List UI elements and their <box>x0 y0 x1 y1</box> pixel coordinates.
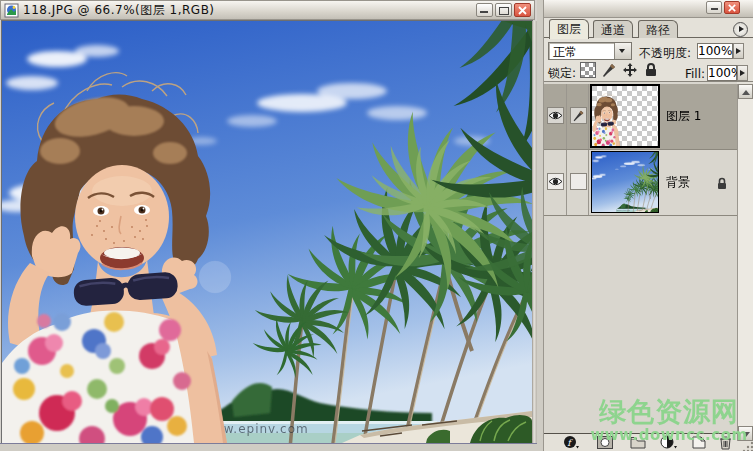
fill-slider-button[interactable] <box>737 65 748 81</box>
delete-layer-icon <box>719 436 732 450</box>
lock-transparency-icon[interactable] <box>580 62 596 78</box>
panel-minimize-button[interactable] <box>706 1 722 14</box>
delete-layer-button[interactable] <box>717 435 734 450</box>
layer-name[interactable]: 背景 <box>666 174 690 191</box>
blend-mode-dropdown-button[interactable] <box>614 43 631 59</box>
visibility-eye-icon <box>548 176 563 187</box>
beach-photo: www.epinv.com <box>2 21 532 443</box>
layer-row-layer1[interactable]: 图层 1 <box>544 84 737 150</box>
layer-list: 图层 1 背景 <box>544 82 737 433</box>
arrow-up-icon <box>742 90 750 95</box>
chevron-right-icon <box>740 70 745 76</box>
tab-paths[interactable]: 路径 <box>638 20 678 38</box>
tab-layers[interactable]: 图层 <box>549 19 589 39</box>
resize-grip[interactable] <box>740 438 753 450</box>
new-group-icon <box>630 436 646 449</box>
layer-name[interactable]: 图层 1 <box>666 108 701 125</box>
visibility-eye-icon <box>548 110 563 121</box>
background-thumbnail[interactable] <box>592 152 658 212</box>
panel-titlebar[interactable] <box>544 0 753 18</box>
adjustment-layer-button[interactable] <box>660 435 677 450</box>
panel-menu-arrow-icon <box>739 26 744 32</box>
visibility-cell[interactable] <box>544 150 567 215</box>
layer-style-icon: f <box>563 435 579 450</box>
lock-all-icon[interactable] <box>643 62 659 78</box>
layers-bottom-bar: f <box>544 433 737 451</box>
fill-label: Fill: <box>685 67 705 81</box>
link-cell[interactable] <box>567 84 589 149</box>
link-cell[interactable] <box>567 150 589 215</box>
panel-tabs: 图层 通道 路径 <box>544 19 753 38</box>
layer1-thumbnail[interactable] <box>592 86 658 146</box>
window-bottom-edge <box>0 443 537 451</box>
visibility-toggle[interactable] <box>547 107 564 124</box>
close-icon <box>517 5 528 16</box>
editing-brush-icon <box>570 107 587 124</box>
blend-mode-select[interactable]: 正常 <box>548 42 632 60</box>
arrow-down-icon <box>742 432 750 437</box>
new-layer-button[interactable] <box>690 435 707 450</box>
layer-mask-icon <box>597 436 613 449</box>
scroll-up-button[interactable] <box>738 84 753 99</box>
panel-controls: 正常 不透明度: 100% 锁定: Fill: 100% <box>544 38 753 82</box>
empty-link-box <box>570 173 587 190</box>
new-group-button[interactable] <box>629 435 646 450</box>
lock-position-icon[interactable] <box>622 62 638 78</box>
layers-scrollbar[interactable] <box>737 84 753 441</box>
opacity-label: 不透明度: <box>639 45 691 62</box>
resize-grip-icon <box>740 441 753 451</box>
layers-panel: 图层 通道 路径 正常 不透明度: 100% 锁定: Fill: 100% <box>543 0 753 451</box>
chevron-down-icon <box>619 49 625 53</box>
add-layer-mask-button[interactable] <box>596 435 613 450</box>
visibility-toggle[interactable] <box>547 173 564 190</box>
tab-channels[interactable]: 通道 <box>593 20 633 38</box>
window-right-edge <box>532 21 537 443</box>
new-layer-icon <box>692 436 706 449</box>
document-window: 118.JPG @ 66.7%(图层 1,RGB) <box>0 0 537 451</box>
minimize-button[interactable] <box>476 3 493 17</box>
layer-row-background[interactable]: 背景 <box>544 150 737 216</box>
layer-style-button[interactable]: f <box>562 435 579 450</box>
padlock-icon <box>716 175 728 194</box>
document-titlebar[interactable]: 118.JPG @ 66.7%(图层 1,RGB) <box>0 0 535 20</box>
adjustment-layer-icon <box>660 435 677 450</box>
opacity-field[interactable]: 100% <box>697 43 733 59</box>
visibility-cell[interactable] <box>544 84 567 149</box>
document-title: 118.JPG @ 66.7%(图层 1,RGB) <box>23 2 215 19</box>
close-button[interactable] <box>514 3 531 17</box>
lock-label: 锁定: <box>548 65 576 82</box>
document-icon <box>4 3 19 18</box>
panel-menu-button[interactable] <box>733 22 748 37</box>
opacity-slider-button[interactable] <box>733 43 744 59</box>
close-icon <box>727 3 737 13</box>
maximize-button[interactable] <box>495 3 512 17</box>
fill-field[interactable]: 100% <box>707 65 737 81</box>
lock-paint-icon[interactable] <box>601 62 617 78</box>
chevron-right-icon <box>736 48 741 54</box>
panel-close-button[interactable] <box>724 1 740 14</box>
image-canvas[interactable]: www.epinv.com <box>2 21 532 443</box>
